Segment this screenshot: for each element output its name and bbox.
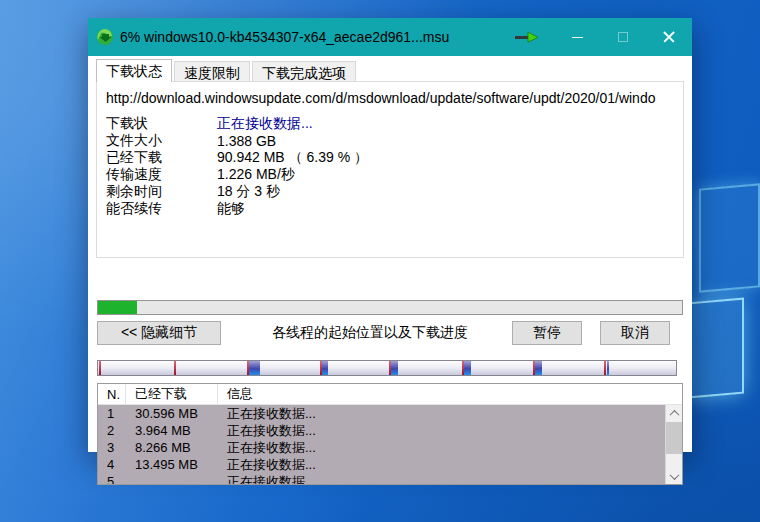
cell-thread-number: 1 (98, 406, 126, 421)
chevron-up-icon (669, 409, 679, 419)
minimize-icon (572, 37, 583, 38)
status-value: 能够 (217, 200, 245, 218)
threads-table-body: 1 30.596 MB 正在接收数据... 2 3.964 MB 正在接收数据.… (98, 405, 665, 484)
thread-progress-block (535, 361, 543, 375)
chevron-down-icon (669, 470, 679, 480)
tab-bar: 下载状态 速度限制 下载完成选项 (96, 59, 356, 82)
table-scrollbar[interactable] (665, 405, 682, 484)
status-label: 能否续传 (106, 200, 217, 218)
maximize-icon (618, 32, 628, 42)
status-value: 18 分 3 秒 (217, 183, 280, 201)
thread-progress-block (391, 361, 398, 375)
windows-logo-pane-top (699, 183, 760, 292)
overall-progress-fill (98, 301, 137, 314)
status-row: 文件大小 1.388 GB (106, 132, 683, 149)
overall-progress-bar (97, 300, 683, 315)
cell-thread-number: 2 (98, 423, 126, 438)
action-row: << 隐藏细节 各线程的起始位置以及下载进度 暂停 取消 (88, 321, 692, 345)
idm-app-icon (96, 28, 114, 46)
maximize-button[interactable] (600, 18, 646, 56)
threads-table-header: N. 已经下载 信息 (98, 384, 682, 405)
column-header-downloaded[interactable]: 已经下载 (126, 384, 218, 404)
cell-info: 正在接收数据... (218, 422, 665, 440)
tab-download-status[interactable]: 下载状态 (96, 59, 172, 82)
status-row: 剩余时间 18 分 3 秒 (106, 183, 683, 200)
cell-thread-number: 5 (98, 474, 126, 484)
thread-progress-block (249, 361, 261, 375)
pause-button[interactable]: 暂停 (512, 321, 582, 345)
threads-table: N. 已经下载 信息 1 30.596 MB 正在接收数据... 2 3.964… (97, 383, 683, 485)
thread-start-tick (174, 361, 176, 375)
scroll-up-button[interactable] (666, 405, 682, 421)
cell-downloaded: 30.596 MB (126, 406, 218, 421)
cell-info: 正在接收数据... (218, 456, 665, 474)
close-icon (663, 31, 675, 43)
dialog-client-area: 下载状态 速度限制 下载完成选项 http://download.windows… (88, 56, 692, 452)
status-details: 下载状 正在接收数据... 文件大小 1.388 GB 已经下载 90.942 … (106, 115, 683, 217)
windows-logo-pane-bottom (688, 298, 744, 399)
cell-info: 正在接收数据... (218, 405, 665, 423)
status-row: 已经下载 90.942 MB （ 6.39 % ） (106, 149, 683, 166)
cell-info: 正在接收数据... (218, 473, 665, 485)
table-row[interactable]: 5 正在接收数据... (98, 473, 665, 484)
status-label: 文件大小 (106, 132, 217, 150)
download-dialog-window: 6% windows10.0-kb4534307-x64_aecae2d961.… (88, 18, 692, 452)
thread-progress-block (322, 361, 328, 375)
table-row[interactable]: 3 8.266 MB 正在接收数据... (98, 439, 665, 456)
status-value: 1.388 GB (217, 133, 276, 149)
table-row[interactable]: 2 3.964 MB 正在接收数据... (98, 422, 665, 439)
status-row: 能否续传 能够 (106, 200, 683, 217)
status-label: 下载状 (106, 115, 217, 133)
cell-downloaded: 13.495 MB (126, 457, 218, 472)
table-row[interactable]: 4 13.495 MB 正在接收数据... (98, 456, 665, 473)
cell-downloaded: 8.266 MB (126, 440, 218, 455)
cell-thread-number: 4 (98, 457, 126, 472)
cell-thread-number: 3 (98, 440, 126, 455)
tab-on-complete-options[interactable]: 下载完成选项 (252, 61, 356, 82)
column-header-info[interactable]: 信息 (218, 384, 682, 404)
titlebar[interactable]: 6% windows10.0-kb4534307-x64_aecae2d961.… (88, 18, 692, 56)
close-button[interactable] (646, 18, 692, 56)
column-header-n[interactable]: N. (98, 384, 126, 404)
thread-progress-block (464, 361, 472, 375)
status-value: 正在接收数据... (217, 115, 313, 133)
status-panel: http://download.windowsupdate.com/d/msdo… (96, 81, 684, 258)
thread-strip (97, 360, 677, 376)
cell-downloaded: 3.964 MB (126, 423, 218, 438)
scroll-down-button[interactable] (666, 468, 682, 484)
download-url: http://download.windowsupdate.com/d/msdo… (97, 82, 683, 106)
table-row[interactable]: 1 30.596 MB 正在接收数据... (98, 405, 665, 422)
status-row: 传输速度 1.226 MB/秒 (106, 166, 683, 183)
tab-speed-limit[interactable]: 速度限制 (174, 61, 250, 82)
window-title: 6% windows10.0-kb4534307-x64_aecae2d961.… (120, 29, 514, 45)
thread-progress-block (607, 361, 609, 375)
status-value: 1.226 MB/秒 (217, 166, 295, 184)
scrollbar-thumb[interactable] (666, 422, 682, 454)
minimize-button[interactable] (554, 18, 600, 56)
desktop: { "colors": { "titlebar": "#11a5ad", "pr… (0, 0, 760, 522)
status-label: 已经下载 (106, 149, 217, 167)
status-row: 下载状 正在接收数据... (106, 115, 683, 132)
status-label: 传输速度 (106, 166, 217, 184)
cell-info: 正在接收数据... (218, 439, 665, 457)
status-label: 剩余时间 (106, 183, 217, 201)
cancel-button[interactable]: 取消 (600, 321, 670, 345)
thread-start-tick (99, 361, 101, 375)
idm-drop-target-arrow-icon[interactable] (514, 30, 540, 44)
hide-details-button[interactable]: << 隐藏细节 (97, 321, 221, 345)
thread-strip-caption: 各线程的起始位置以及下载进度 (238, 324, 502, 342)
status-value: 90.942 MB （ 6.39 % ） (217, 149, 368, 167)
